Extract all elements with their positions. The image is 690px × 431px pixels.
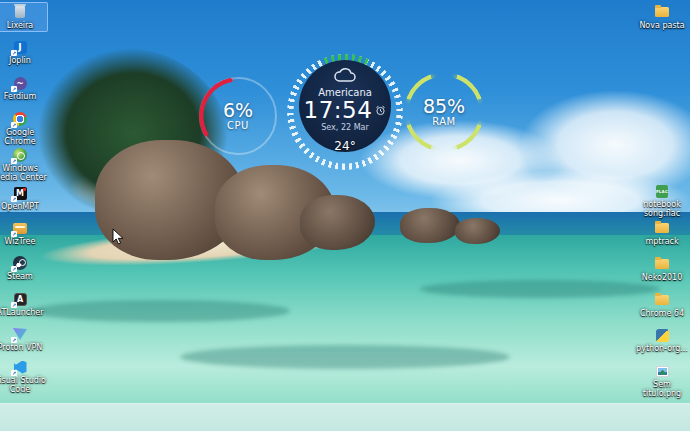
shortcut-arrow-icon: ↗ — [11, 86, 17, 92]
desktop-icon-nova-pasta[interactable]: Nova pasta — [634, 3, 690, 31]
ram-gauge-widget[interactable]: 85% RAM — [404, 72, 484, 152]
desktop-icon-windows-media-center[interactable]: ↗ Windows Media Center — [0, 146, 48, 183]
desktop-icon-label: WizTree — [5, 237, 36, 246]
steam-icon: ↗ — [12, 255, 28, 271]
recycle-bin-icon — [12, 4, 28, 20]
desktop-icon-neko2010[interactable]: Neko2010 — [634, 255, 690, 283]
desktop-icon-mptrack[interactable]: mptrack — [634, 219, 690, 247]
shortcut-arrow-icon: ↗ — [11, 50, 17, 56]
shortcut-arrow-icon: ↗ — [11, 370, 17, 376]
desktop-icon-label: Nova pasta — [639, 21, 684, 30]
desktop-icon-label: ATLauncher — [0, 308, 43, 317]
desktop-icon-wiztree[interactable]: ↗ WizTree — [0, 219, 48, 247]
folder-icon — [654, 256, 670, 272]
shortcut-arrow-icon: ↗ — [11, 337, 17, 343]
desktop-icon-ferdium[interactable]: ~↗ Ferdium — [0, 74, 48, 102]
vscode-icon: ↗ — [12, 359, 28, 375]
desktop-icon-label: python-org... — [636, 344, 688, 353]
desktop-icon-label: notebook song.flac — [635, 200, 689, 218]
desktop-icon-label: Proton VPN — [0, 343, 42, 352]
desktop-icon-label: Steam — [7, 272, 33, 281]
desktop: 6% CPU Americana 17:54 Sex, 22 Mar 24° — [0, 0, 690, 431]
atlauncher-icon: A↗ — [12, 291, 28, 307]
mouse-cursor — [112, 228, 124, 246]
desktop-icon-proton-vpn[interactable]: ↗ Proton VPN — [0, 325, 48, 353]
desktop-icon-label: Sem título.png — [635, 380, 689, 398]
ram-arc — [404, 72, 484, 152]
clock-weather-widget[interactable]: Americana 17:54 Sex, 22 Mar 24° — [287, 54, 403, 170]
joplin-icon: J↗ — [12, 39, 28, 55]
clock-time: 17:54 — [304, 98, 373, 122]
desktop-icon-label: OpenMPT — [1, 202, 39, 211]
wallpaper-streak — [180, 345, 510, 369]
flac-file-icon: FLAC — [654, 183, 670, 199]
python-icon — [654, 327, 670, 343]
desktop-icon-atlauncher[interactable]: A↗ ATLauncher — [0, 290, 48, 318]
folder-icon — [654, 4, 670, 20]
ferdium-icon: ~↗ — [12, 75, 28, 91]
desktop-icon-chrome-64[interactable]: Chrome 64 — [634, 291, 690, 319]
proton-vpn-icon: ↗ — [12, 326, 28, 342]
desktop-icon-sem-titulo-png[interactable]: Sem título.png — [634, 362, 690, 399]
desktop-icon-joplin[interactable]: J↗ Joplin — [0, 38, 48, 66]
desktop-icon-google-chrome[interactable]: ↗ Google Chrome — [0, 110, 48, 147]
chrome-icon: ↗ — [12, 111, 28, 127]
clock-date: Sex, 22 Mar — [321, 123, 369, 132]
desktop-icon-label: Google Chrome — [0, 128, 47, 146]
folder-icon — [654, 220, 670, 236]
shortcut-arrow-icon: ↗ — [11, 122, 17, 128]
desktop-icon-notebook-song-flac[interactable]: FLAC notebook song.flac — [634, 182, 690, 219]
wallpaper-streak — [420, 280, 660, 298]
weather-temperature: 24° — [287, 139, 403, 153]
desktop-icon-label: Visual Studio Code — [0, 376, 47, 394]
taskbar: Pesquisar 1 ~ — [0, 403, 690, 431]
image-file-icon — [654, 363, 670, 379]
cloud-weather-icon — [332, 67, 358, 84]
alarm-clock-icon — [375, 105, 386, 116]
cpu-arc — [199, 77, 277, 155]
desktop-icon-label: Joplin — [9, 56, 31, 65]
openmpt-icon: M↗ — [12, 185, 28, 201]
shortcut-arrow-icon: ↗ — [11, 196, 17, 202]
desktop-icon-python-installer[interactable]: python-org... — [634, 326, 690, 354]
windows-media-center-icon: ↗ — [12, 147, 28, 163]
folder-icon — [654, 292, 670, 308]
wallpaper-streak — [30, 300, 290, 322]
desktop-icon-label: Windows Media Center — [0, 164, 47, 182]
shortcut-arrow-icon: ↗ — [11, 231, 17, 237]
desktop-icon-visual-studio-code[interactable]: ↗ Visual Studio Code — [0, 358, 48, 395]
desktop-icon-lixeira[interactable]: Lixeira — [0, 2, 48, 32]
shortcut-arrow-icon: ↗ — [11, 266, 17, 272]
desktop-icon-openmpt[interactable]: M↗ OpenMPT — [0, 184, 48, 212]
desktop-icon-label: Chrome 64 — [640, 309, 684, 318]
cpu-gauge-widget[interactable]: 6% CPU — [199, 77, 277, 155]
shortcut-arrow-icon: ↗ — [11, 158, 17, 164]
shortcut-arrow-icon: ↗ — [11, 302, 17, 308]
wiztree-icon: ↗ — [12, 220, 28, 236]
desktop-icon-label: Ferdium — [4, 92, 36, 101]
desktop-icon-label: mptrack — [645, 237, 678, 246]
desktop-icon-label: Lixeira — [7, 21, 34, 30]
desktop-icon-steam[interactable]: ↗ Steam — [0, 254, 48, 282]
desktop-icon-label: Neko2010 — [642, 273, 683, 282]
